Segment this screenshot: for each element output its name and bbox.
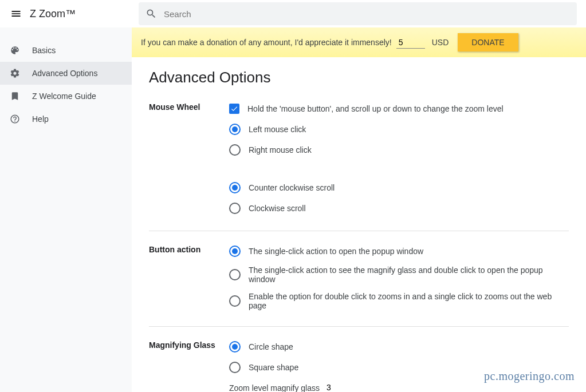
option-text: Counter clockwise scroll <box>249 183 335 192</box>
content: Advanced Options Mouse Wheel Hold the 'm… <box>132 57 586 392</box>
option-text: Circle shape <box>249 342 293 351</box>
option-hold: Hold the 'mouse button', and scroll up o… <box>229 102 569 115</box>
bookmark-icon <box>9 90 21 102</box>
option-square: Square shape <box>229 361 569 374</box>
option-text: The single-click action to open the popu… <box>249 247 423 256</box>
option-ccw-scroll: Counter clockwise scroll <box>229 181 569 194</box>
option-text: Enable the option for double click to zo… <box>249 292 569 310</box>
page-title: Advanced Options <box>149 69 569 86</box>
option-text: Hold the 'mouse button', and scroll up o… <box>247 104 504 113</box>
section-label: Magnifying Glass <box>149 340 229 392</box>
section-magnifying-glass: Magnifying Glass Circle shape Square sha… <box>149 340 569 392</box>
donate-button[interactable]: DONATE <box>458 33 518 52</box>
section-body: The single-click action to open the popu… <box>229 245 569 310</box>
menu-button[interactable] <box>5 2 27 25</box>
sidebar-item-advanced-options[interactable]: Advanced Options <box>0 62 132 85</box>
help-icon <box>9 113 21 125</box>
search-input[interactable] <box>164 9 570 19</box>
option-text: Left mouse click <box>249 125 306 134</box>
option-btn1: The single-click action to open the popu… <box>229 245 569 258</box>
section-body: Hold the 'mouse button', and scroll up o… <box>229 102 569 215</box>
hamburger-icon <box>10 8 22 19</box>
btn-action-1-radio[interactable] <box>229 246 241 257</box>
option-text: Clockwise scroll <box>249 204 306 213</box>
hold-checkbox[interactable] <box>229 104 239 114</box>
option-btn3: Enable the option for double click to zo… <box>229 292 569 310</box>
option-circle: Circle shape <box>229 340 569 353</box>
donation-currency: USD <box>432 38 449 47</box>
app-title: Z Zoom™ <box>30 8 76 20</box>
btn-action-2-radio[interactable] <box>229 269 241 280</box>
section-mouse-wheel: Mouse Wheel Hold the 'mouse button', and… <box>149 102 569 231</box>
donation-amount-input[interactable] <box>396 37 425 49</box>
zoom-level-input[interactable] <box>324 382 353 392</box>
option-cw-scroll: Clockwise scroll <box>229 202 569 215</box>
sidebar: Basics Advanced Options Z Welcome Guide … <box>0 27 132 392</box>
cw-scroll-radio[interactable] <box>229 203 241 214</box>
option-right-click: Right mouse click <box>229 144 569 156</box>
right-click-radio[interactable] <box>229 144 241 156</box>
sidebar-item-label: Z Welcome Guide <box>32 92 96 101</box>
option-text: Right mouse click <box>249 145 312 155</box>
sidebar-item-basics[interactable]: Basics <box>0 39 132 62</box>
section-label: Mouse Wheel <box>149 102 229 215</box>
section-label: Button action <box>149 245 229 310</box>
circle-shape-radio[interactable] <box>229 341 241 353</box>
main: If you can make a donation of any amount… <box>132 27 586 392</box>
zoom-level-row: Zoom level magnify glass <box>229 382 569 392</box>
sidebar-item-label: Advanced Options <box>32 69 97 78</box>
btn-action-3-radio[interactable] <box>229 295 241 307</box>
donation-text: If you can make a donation of any amount… <box>141 38 392 47</box>
layout: Basics Advanced Options Z Welcome Guide … <box>0 27 586 392</box>
sidebar-item-label: Basics <box>32 46 56 55</box>
donation-bar: If you can make a donation of any amount… <box>132 27 586 57</box>
sidebar-item-help[interactable]: Help <box>0 108 132 130</box>
search-bar[interactable] <box>139 2 577 25</box>
header: Z Zoom™ <box>0 0 586 27</box>
settings-icon <box>9 68 21 79</box>
sidebar-item-label: Help <box>32 114 49 124</box>
search-icon <box>145 8 157 19</box>
section-button-action: Button action The single-click action to… <box>149 245 569 327</box>
left-click-radio[interactable] <box>229 124 241 135</box>
section-body: Circle shape Square shape Zoom level mag… <box>229 340 569 392</box>
sidebar-item-welcome-guide[interactable]: Z Welcome Guide <box>0 85 132 108</box>
zoom-level-label: Zoom level magnify glass <box>229 383 320 393</box>
option-left-click: Left mouse click <box>229 123 569 136</box>
option-text: The single-click action to see the magni… <box>249 266 569 284</box>
palette-icon <box>9 45 21 56</box>
square-shape-radio[interactable] <box>229 362 241 373</box>
option-btn2: The single-click action to see the magni… <box>229 266 569 284</box>
ccw-scroll-radio[interactable] <box>229 182 241 193</box>
option-text: Square shape <box>249 363 298 372</box>
